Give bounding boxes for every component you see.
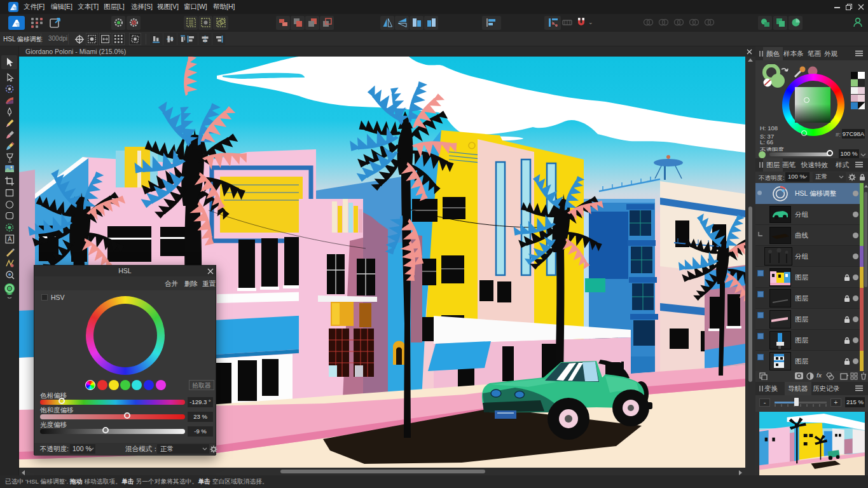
svg-text:A: A: [8, 236, 12, 243]
